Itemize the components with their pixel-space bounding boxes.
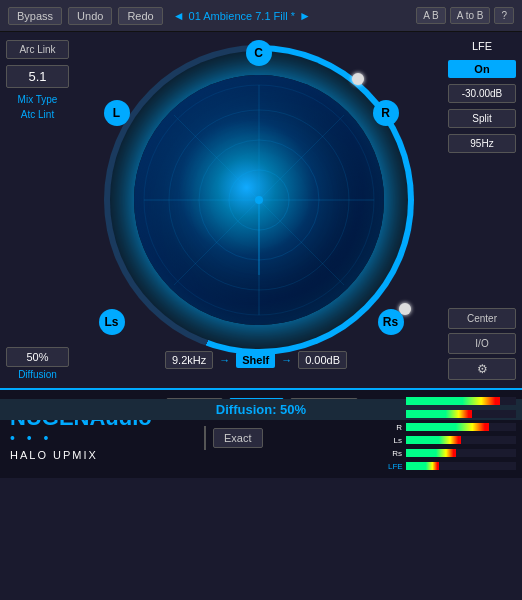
redo-button[interactable]: Redo <box>118 7 162 25</box>
settings-gear-button[interactable]: ⚙ <box>448 358 516 380</box>
lfe-split-button[interactable]: Split <box>448 109 516 128</box>
right-panel: LFE On -30.00dB Split 95Hz Center I/O ⚙ <box>442 32 522 388</box>
meter-row: C <box>388 409 516 419</box>
lfe-label: LFE <box>448 40 516 52</box>
meter-fill <box>406 397 500 405</box>
right-bottom-buttons: Center I/O ⚙ <box>448 308 516 380</box>
main-area: Diffusion: 50% Arc Link 5.1 Mix Type Atc… <box>0 32 522 510</box>
shelf-freq[interactable]: 9.2kHz <box>165 351 213 369</box>
meter-label: R <box>388 423 402 432</box>
shelf-db[interactable]: 0.00dB <box>298 351 347 369</box>
meter-row: Rs <box>388 448 516 458</box>
shelf-arrow2-icon: → <box>281 354 292 366</box>
diffusion-value[interactable]: 50% <box>6 347 69 367</box>
shelf-arrow-icon: → <box>219 354 230 366</box>
meter-label: LFE <box>388 462 402 471</box>
center-button[interactable]: Center <box>448 308 516 329</box>
channel-r-label[interactable]: R <box>373 100 399 126</box>
lfe-on-button[interactable]: On <box>448 60 516 78</box>
exact-row: Exact <box>209 428 263 448</box>
left-panel: Arc Link 5.1 Mix Type Atc Lint 50% Diffu… <box>0 32 75 388</box>
main-content: Arc Link 5.1 Mix Type Atc Lint 50% Diffu… <box>0 32 522 388</box>
ab-button[interactable]: A B <box>416 7 446 24</box>
halo-upmix-label: HALO UPMIX <box>10 449 150 461</box>
channel-rs-label[interactable]: Rs <box>378 309 404 335</box>
arc-link-button[interactable]: Arc Link <box>6 40 69 59</box>
center-sphere-area: C L R Ls Rs 9.2kHz → Shelf → 0.00dB <box>75 32 442 388</box>
help-button[interactable]: ? <box>494 7 514 24</box>
undo-button[interactable]: Undo <box>68 7 112 25</box>
bypass-button[interactable]: Bypass <box>8 7 62 25</box>
bracket-area: Exact <box>166 426 376 450</box>
channel-ls-label[interactable]: Ls <box>99 309 125 335</box>
meter-fill <box>406 436 461 444</box>
meter-bar-container <box>406 436 516 444</box>
meter-row: R <box>388 422 516 432</box>
meter-row: LFE <box>388 461 516 471</box>
nugen-dots: • • • <box>10 430 150 446</box>
bracket-line <box>204 426 206 450</box>
meter-fill <box>406 423 489 431</box>
sphere-container[interactable]: C L R Ls Rs 9.2kHz → Shelf → 0.00dB <box>99 45 419 375</box>
meter-fill <box>406 410 472 418</box>
preset-next-button[interactable]: ► <box>299 9 311 23</box>
io-button[interactable]: I/O <box>448 333 516 354</box>
meter-fill <box>406 462 439 470</box>
preset-name: 01 Ambience 7.1 Fill * <box>189 10 295 22</box>
preset-prev-button[interactable]: ◄ <box>173 9 185 23</box>
arc-lint-label: Atc Lint <box>6 109 69 120</box>
preset-area: ◄ 01 Ambience 7.1 Fill * ► <box>173 9 311 23</box>
sphere-grid-svg <box>134 75 384 325</box>
lfe-hz-value[interactable]: 95Hz <box>448 134 516 153</box>
meter-label: Rs <box>388 449 402 458</box>
meter-bar-container <box>406 410 516 418</box>
shelf-bar: 9.2kHz → Shelf → 0.00dB <box>174 345 339 375</box>
lfe-db-value[interactable]: -30.00dB <box>448 84 516 103</box>
sphere-grid <box>134 75 384 325</box>
sphere-inner <box>110 51 408 349</box>
channel-l-label[interactable]: L <box>104 100 130 126</box>
meter-bar-container <box>406 423 516 431</box>
meter-bar-container <box>406 449 516 457</box>
diffusion-area: 50% Diffusion <box>6 347 69 380</box>
outer-ring <box>104 45 414 355</box>
meter-bar-container <box>406 462 516 470</box>
channel-c-label[interactable]: C <box>246 40 272 66</box>
mix-type-label: Mix Type <box>6 94 69 105</box>
mix-type-value[interactable]: 5.1 <box>6 65 69 88</box>
meter-label: Ls <box>388 436 402 445</box>
meter-bar-container <box>406 397 516 405</box>
shelf-button[interactable]: Shelf <box>236 352 275 368</box>
meter-fill <box>406 449 456 457</box>
diffusion-label: Diffusion <box>6 369 69 380</box>
atob-button[interactable]: A to B <box>450 7 491 24</box>
meter-row: Ls <box>388 435 516 445</box>
ring-dot-top[interactable] <box>352 73 364 85</box>
top-bar: Bypass Undo Redo ◄ 01 Ambience 7.1 Fill … <box>0 0 522 32</box>
top-right-buttons: A B A to B ? <box>416 7 514 24</box>
meter-row: L <box>388 396 516 406</box>
exact-button[interactable]: Exact <box>213 428 263 448</box>
